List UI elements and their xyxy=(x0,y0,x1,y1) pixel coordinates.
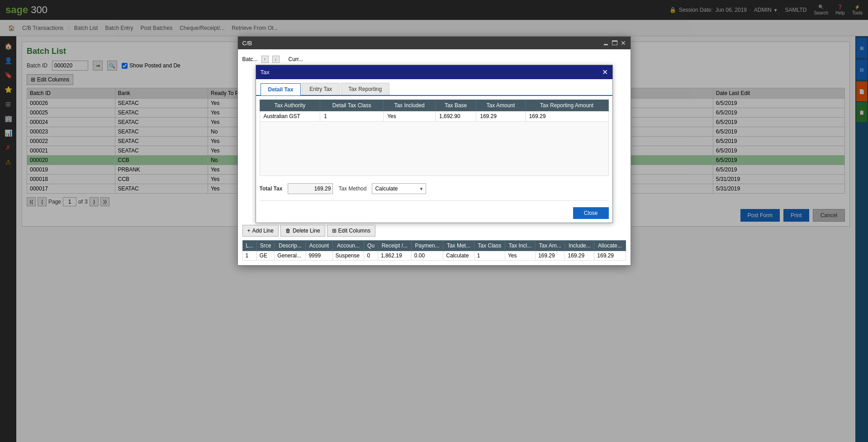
modal-overlay: C/B 🗕 🗖 ✕ Batc... ↑ ↓ Curr... Tax ✕ xyxy=(0,0,868,442)
tax-amount-cell: 169.29 xyxy=(476,111,525,122)
entry-col-account2: Accoun... xyxy=(332,241,364,251)
tab-entry-tax[interactable]: Entry Tax xyxy=(302,83,340,95)
entry-tax-method-cell: Calculate xyxy=(443,251,474,261)
outer-modal-title: C/B xyxy=(242,40,252,47)
tab-detail-tax[interactable]: Detail Tax xyxy=(261,83,301,95)
tab-tax-reporting[interactable]: Tax Reporting xyxy=(341,83,389,95)
entry-account2-cell: Suspense xyxy=(332,251,364,261)
toolbar-row: + Add Line 🗑 Delete Line ⊞ Edit Columns xyxy=(242,223,626,238)
tab-entry-tax-label: Entry Tax xyxy=(309,86,332,92)
modal-separator xyxy=(260,200,609,201)
entry-tax-incl-cell: Yes xyxy=(505,251,535,261)
left-scroll-down[interactable]: ↓ xyxy=(272,56,280,63)
delete-icon: 🗑 xyxy=(285,228,291,234)
add-icon: + xyxy=(247,228,251,234)
tax-modal-footer: Close xyxy=(256,204,612,223)
tax-reporting-cell: 169.29 xyxy=(525,111,608,122)
tax-col-included: Tax Included xyxy=(384,100,436,111)
tax-col-amount: Tax Amount xyxy=(476,100,525,111)
table-row: 1 GE General... 9999 Suspense 0 1,862.19… xyxy=(242,251,626,261)
tax-method-label: Tax Method xyxy=(338,185,366,192)
outer-modal: C/B 🗕 🗖 ✕ Batc... ↑ ↓ Curr... Tax ✕ xyxy=(237,36,631,266)
add-line-label: Add Line xyxy=(252,228,274,234)
tax-method-wrapper: Calculate Manual No Tax ▼ xyxy=(372,183,426,194)
outer-modal-controls: 🗕 🗖 ✕ xyxy=(602,39,626,47)
tax-col-authority: Tax Authority xyxy=(260,100,320,111)
entry-tax-class-cell: 1 xyxy=(474,251,505,261)
tax-col-detail-class: Detail Tax Class xyxy=(320,100,384,111)
curr-header-label: Curr... xyxy=(289,56,304,62)
entry-qty-cell: 0 xyxy=(364,251,378,261)
entry-tax-amt-cell: 169.29 xyxy=(535,251,565,261)
add-line-button[interactable]: + Add Line xyxy=(242,225,279,237)
entry-allocate-cell: 169.29 xyxy=(594,251,626,261)
tax-included-cell: Yes xyxy=(384,111,436,122)
entry-table: L... Srce Descrip... Account Accoun... Q… xyxy=(242,240,626,261)
entry-col-receipt: Receipt /... xyxy=(378,241,411,251)
entry-col-tax-amt: Tax Am... xyxy=(535,241,565,251)
tab-tax-reporting-label: Tax Reporting xyxy=(348,86,382,92)
tax-modal-title: Tax xyxy=(261,69,270,76)
entry-col-line: L... xyxy=(242,241,256,251)
entry-col-include: Include... xyxy=(565,241,594,251)
outer-modal-maximize[interactable]: 🗖 xyxy=(612,39,618,47)
entry-col-tax-incl: Tax Incl... xyxy=(505,241,535,251)
tax-table-wrapper: Tax Authority Detail Tax Class Tax Inclu… xyxy=(256,96,612,180)
delete-line-label: Delete Line xyxy=(293,228,320,234)
tax-modal: Tax ✕ Detail Tax Entry Tax Tax Reporting xyxy=(256,65,613,223)
outer-modal-minimize[interactable]: 🗕 xyxy=(602,39,609,47)
entry-col-allocate: Allocate... xyxy=(594,241,626,251)
entry-col-payment: Paymen... xyxy=(411,241,443,251)
tax-modal-titlebar: Tax ✕ xyxy=(256,65,612,79)
outer-modal-titlebar: C/B 🗕 🗖 ✕ xyxy=(238,37,631,49)
entry-payment-cell: 0.00 xyxy=(411,251,443,261)
tax-authority-cell: Australian GST xyxy=(260,111,320,122)
tab-detail-tax-label: Detail Tax xyxy=(268,86,294,93)
delete-line-button[interactable]: 🗑 Delete Line xyxy=(280,225,325,237)
left-scroll-up[interactable]: ↑ xyxy=(261,56,269,63)
tax-table: Tax Authority Detail Tax Class Tax Inclu… xyxy=(260,100,609,176)
total-tax-label: Total Tax xyxy=(260,185,283,192)
entry-include-cell: 169.29 xyxy=(565,251,594,261)
entry-col-tax-class: Tax Class xyxy=(474,241,505,251)
entry-col-qty: Qu xyxy=(364,241,378,251)
outer-modal-close[interactable]: ✕ xyxy=(621,39,626,47)
entry-edit-col-icon: ⊞ xyxy=(332,228,337,234)
table-row: Australian GST 1 Yes 1,692.90 169.29 169… xyxy=(260,111,608,122)
entry-line-cell: 1 xyxy=(242,251,256,261)
entry-edit-columns-button[interactable]: ⊞ Edit Columns xyxy=(327,225,375,237)
tax-col-base: Tax Base xyxy=(435,100,476,111)
entry-receipt-cell: 1,862.19 xyxy=(378,251,411,261)
tax-col-reporting: Tax Reporting Amount xyxy=(525,100,608,111)
detail-class-cell: 1 xyxy=(320,111,384,122)
batch-header-label: Batc... xyxy=(242,56,258,62)
entry-col-desc: Descrip... xyxy=(275,241,306,251)
entry-col-tax-method: Tax Met... xyxy=(443,241,474,251)
entry-edit-col-label: Edit Columns xyxy=(338,228,370,234)
total-row: Total Tax Tax Method Calculate Manual No… xyxy=(256,180,612,198)
entry-desc-cell: General... xyxy=(275,251,306,261)
tax-method-select[interactable]: Calculate Manual No Tax xyxy=(372,183,426,194)
tax-base-cell: 1,692.90 xyxy=(435,111,476,122)
batch-header-row: Batc... ↑ ↓ Curr... xyxy=(242,54,626,65)
outer-modal-body: Batc... ↑ ↓ Curr... Tax ✕ Detail Tax Ent xyxy=(238,49,631,265)
entry-col-account: Account xyxy=(306,241,332,251)
tabs-bar: Detail Tax Entry Tax Tax Reporting xyxy=(256,83,612,96)
tax-close-button[interactable]: Close xyxy=(573,207,609,219)
entry-srce-cell: GE xyxy=(256,251,275,261)
tax-modal-close-x[interactable]: ✕ xyxy=(602,68,608,76)
entry-account-cell: 9999 xyxy=(306,251,332,261)
entry-col-srce: Srce xyxy=(256,241,275,251)
total-tax-input xyxy=(288,183,333,194)
